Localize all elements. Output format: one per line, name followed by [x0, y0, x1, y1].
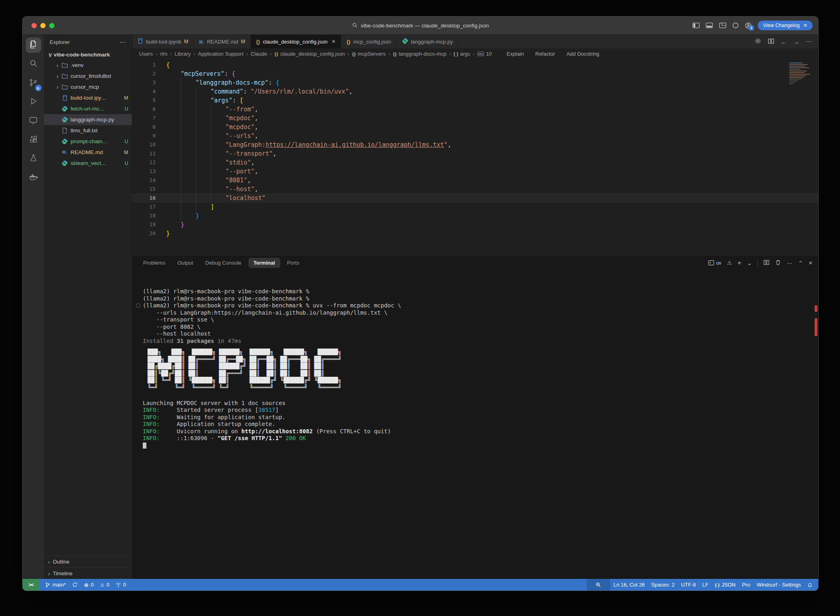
file-item[interactable]: llms_full.txt	[44, 125, 132, 136]
close-panel-icon[interactable]: ✕	[809, 260, 813, 266]
close-window-button[interactable]	[31, 23, 37, 28]
code-lens-action[interactable]: Add Docstring	[566, 51, 599, 57]
statusbar-item-0[interactable]: ⚠0	[97, 579, 113, 591]
panel-tab-debug-console[interactable]: Debug Console	[200, 258, 247, 268]
split-editor-icon[interactable]	[768, 38, 774, 46]
minimap-line	[789, 82, 796, 83]
minimap[interactable]	[789, 63, 812, 84]
settings-gear-icon[interactable]	[755, 38, 761, 46]
folder-item[interactable]: ›cursor_mcp	[44, 81, 132, 92]
terminal-dropdown-icon[interactable]: ⌄	[747, 260, 752, 266]
split-terminal-icon[interactable]	[763, 259, 769, 267]
panel-tab-problems[interactable]: Problems	[138, 258, 171, 268]
go-back-icon[interactable]: ←	[781, 38, 787, 45]
toggle-primary-sidebar-icon[interactable]	[692, 22, 700, 29]
file-label: cursor_llmsfulltxt	[71, 73, 111, 79]
code-text: "localhost"	[156, 194, 265, 203]
code-lens-action[interactable]: Refactor	[535, 51, 555, 57]
statusbar-item-pro[interactable]: Pro	[739, 579, 753, 591]
cascade-icon[interactable]	[732, 22, 739, 29]
extensions-icon	[29, 135, 38, 145]
maximize-panel-icon[interactable]: ⌃	[798, 260, 803, 266]
breadcrumb-item[interactable]: {}mcpServers	[352, 51, 386, 57]
breadcrumb-item[interactable]: abc10	[477, 51, 492, 57]
editor-tab[interactable]: build-tool.ipynbM	[132, 35, 194, 48]
breadcrumb-item[interactable]: [ ]args	[454, 51, 470, 57]
breadcrumb-item[interactable]: {}langgraph-docs-mcp	[393, 51, 446, 57]
code-lens-action[interactable]: Explain	[507, 51, 524, 57]
editor-tab[interactable]: M↓README.mdM	[194, 35, 251, 48]
editor-tab[interactable]: {}mcp_config.json	[341, 35, 397, 48]
statusbar-item[interactable]	[587, 579, 610, 591]
account-icon[interactable]: 1	[745, 22, 752, 29]
panel-tab-terminal[interactable]: Terminal	[248, 258, 280, 268]
activitybar-search[interactable]	[26, 56, 41, 72]
editor-tab[interactable]: {}claude_desktop_config.json✕	[251, 35, 341, 48]
statusbar-item-0[interactable]: ⊗0	[81, 579, 97, 591]
statusbar-item-json[interactable]: { }JSON	[712, 579, 739, 591]
panel-tab-output[interactable]: Output	[172, 258, 198, 268]
close-tab-icon[interactable]: ✕	[331, 39, 336, 44]
file-item[interactable]: sklearn_vect…U	[44, 158, 132, 169]
view-changelog-button[interactable]: View Changelog ✕	[758, 21, 813, 30]
new-terminal-icon[interactable]: +	[738, 259, 742, 267]
code-token: "command"	[211, 87, 243, 96]
customize-layout-icon[interactable]	[719, 22, 726, 29]
breadcrumb-separator-icon: ›	[246, 51, 248, 57]
toggle-panel-icon[interactable]	[706, 22, 713, 29]
statusbar-item-windsurf-settings[interactable]: Windsurf - Settings	[753, 579, 804, 591]
statusbar-item-main-[interactable]: main*	[42, 579, 69, 591]
more-actions-icon[interactable]: ⋯	[806, 38, 812, 45]
activitybar-source-control[interactable]: 5	[26, 75, 41, 91]
breadcrumb-item[interactable]: Users	[139, 51, 153, 57]
activitybar-testing[interactable]	[26, 151, 41, 167]
activitybar-remote-explorer[interactable]	[26, 113, 41, 129]
timeline-section[interactable]: › Timeline	[44, 567, 132, 579]
terminal[interactable]: (llama2) rlm@rs-macbook-pro vibe-code-be…	[132, 270, 818, 579]
statusbar-item[interactable]	[69, 579, 81, 591]
statusbar-item-ln-16-col-26[interactable]: Ln 16, Col 26	[610, 579, 648, 591]
file-item[interactable]: fetch-url-mc…U	[44, 103, 132, 114]
breadcrumb-item[interactable]: rlm	[160, 51, 167, 57]
editor-tab[interactable]: langgraph-mcp.py	[397, 35, 459, 48]
breadcrumb-item[interactable]: Claude	[251, 51, 267, 57]
file-item[interactable]: M↓README.mdM	[44, 147, 132, 158]
code-editor[interactable]: 1{2"mcpServers": {3"langgraph-docs-mcp":…	[132, 59, 818, 255]
terminal-line: INFO: Uvicorn running on http://localhos…	[143, 428, 818, 435]
breadcrumb-item[interactable]: {}claude_desktop_config.json	[275, 51, 345, 57]
zoom-window-button[interactable]	[49, 23, 54, 28]
outline-section[interactable]: › Outline	[44, 555, 132, 567]
folder-item[interactable]: ›cursor_llmsfulltxt	[44, 71, 132, 81]
activitybar-explorer[interactable]	[26, 38, 41, 53]
terminal-profile[interactable]: uv	[708, 260, 721, 266]
statusbar-item-utf-8[interactable]: UTF-8	[678, 579, 699, 591]
explorer-more-actions-icon[interactable]: ⋯	[119, 38, 126, 46]
panel-more-icon[interactable]: ⋯	[787, 260, 792, 266]
statusbar-item-0[interactable]: 0	[113, 579, 129, 591]
file-item[interactable]: build-tool.ipy…M	[44, 92, 132, 103]
panel-tab-ports[interactable]: Ports	[282, 258, 304, 268]
statusbar-item[interactable]	[804, 579, 816, 591]
file-item[interactable]: prompt-chain…U	[44, 136, 132, 147]
code-text: }	[156, 211, 199, 220]
tree-root[interactable]: ∨ vibe-code-benchmark	[44, 49, 132, 60]
folder-item[interactable]: ›.venv	[44, 60, 132, 71]
command-decoration-icon[interactable]	[136, 303, 140, 308]
remote-indicator[interactable]: ><	[23, 579, 40, 591]
terminal-warning-icon[interactable]: ⚠	[727, 260, 732, 266]
go-forward-icon[interactable]: →	[793, 38, 799, 45]
dismiss-changelog-icon[interactable]: ✕	[803, 23, 807, 28]
kill-terminal-icon[interactable]	[775, 259, 781, 267]
file-item[interactable]: langgraph-mcp.py	[44, 114, 132, 125]
command-center[interactable]: vibe-code-benchmark — claude_desktop_con…	[352, 17, 489, 34]
statusbar-item-lf[interactable]: LF	[699, 579, 711, 591]
code-line: 20}	[132, 229, 818, 238]
breadcrumb-item[interactable]: Application Support	[198, 51, 244, 57]
statusbar-item-spaces-2[interactable]: Spaces: 2	[648, 579, 678, 591]
minimize-window-button[interactable]	[40, 23, 46, 28]
activitybar-extensions[interactable]	[26, 132, 41, 148]
activitybar-run-debug[interactable]	[26, 94, 41, 110]
activitybar-docker[interactable]	[26, 170, 41, 186]
file-label: llms_full.txt	[71, 127, 98, 134]
breadcrumb-item[interactable]: Library	[175, 51, 191, 57]
